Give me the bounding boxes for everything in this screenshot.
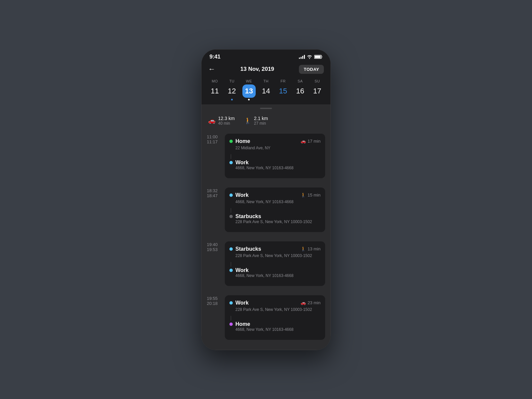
trip2-transport: 🚶 15 min [301,193,321,198]
trip3-end-time: 19:53 [207,247,225,252]
signal-icon [299,55,305,59]
trip1-to-address: 4668, New York, NY 10163-4668 [235,166,321,170]
trip4-to-address: 4668, New York, NY 10163-4668 [235,327,321,332]
drive-stat: 🚗 12.3 km 40 min [208,116,235,126]
handle-bar [260,108,272,109]
trip2-card[interactable]: Work 🚶 15 min 4668, New York, NY 10163-4… [225,188,325,232]
day-friday[interactable]: FR 15 [275,79,291,100]
day-wednesday[interactable]: WE 13 [241,79,257,100]
walk-time: 27 min [254,121,268,126]
drive-time: 40 min [218,121,235,126]
trip4-transport: 🚗 23 min [301,300,321,305]
trip4-start-time: 19:55 [207,296,225,301]
trip1-end-time: 11:17 [207,139,225,144]
day-tuesday[interactable]: TU 12 [224,79,240,100]
day-saturday[interactable]: SA 16 [292,79,308,100]
walk-distance: 2.1 km [254,116,268,121]
trip3-from-dot [229,247,233,251]
trip1-from-name: Home [235,138,250,144]
wednesday-dot [248,99,250,100]
trip-row[interactable]: 18:32 18:47 Work 🚶 15 min 4668, [201,184,331,235]
divider-handle [201,104,331,111]
trip2-to-dot [229,215,233,218]
drive-distance: 12.3 km [218,116,235,121]
trip4-to-dot [229,323,233,326]
trip4-end-time: 20:18 [207,301,225,306]
today-button[interactable]: TODAY [299,65,324,74]
trip3-walk-icon: 🚶 [301,246,306,251]
trip1-start-time: 11:00 [207,134,225,139]
trip3-duration: 13 min [308,246,321,251]
trip-row[interactable]: 19:55 20:18 Work 🚗 23 min 228 Pa [201,292,331,343]
trip2-from-name: Work [235,192,249,198]
trip4-car-icon: 🚗 [301,300,306,305]
trip1-duration: 17 min [308,139,321,144]
day-thursday[interactable]: TH 14 [258,79,274,100]
trip3-to-name: Work [235,267,321,273]
back-button[interactable]: ← [208,65,215,73]
trip2-to-name: Starbucks [235,213,321,219]
trip3-to-dot [229,269,233,272]
trip1-from-address: 22 Midland Ave, NY [235,146,321,150]
tuesday-dot [231,99,233,100]
phone-frame: 9:41 ← 13 Nov, 2019 TODAY [201,49,331,350]
trip2-duration: 15 min [308,193,321,198]
trip2-start-time: 18:32 [207,188,225,193]
walk-stat: 🚶 2.1 km 27 min [244,116,268,126]
trip4-from-name: Work [235,300,249,306]
trip4-from-dot [229,301,233,305]
trip4-to-name: Home [235,321,321,327]
trip4-card[interactable]: Work 🚗 23 min 228 Park Ave S, New York, … [225,295,325,340]
stats-row: 🚗 12.3 km 40 min 🚶 2.1 km 27 min [201,111,331,130]
battery-icon [314,55,323,59]
trip2-walk-icon: 🚶 [301,193,306,198]
header-title: 13 Nov, 2019 [240,66,274,72]
trip-row[interactable]: 19:40 19:53 Starbucks 🚶 13 min 2 [201,238,331,289]
status-time: 9:41 [209,54,220,60]
trip1-card[interactable]: Home 🚗 17 min 22 Midland Ave, NY Work [225,134,325,178]
trip4-duration: 23 min [308,300,321,305]
trip3-from-address: 228 Park Ave S, New York, NY 10003-1502 [235,253,321,258]
trip3-times: 19:40 19:53 [201,241,225,286]
trip3-to-address: 4668, New York, NY 10163-4668 [235,273,321,278]
trip2-from-address: 4668, New York, NY 10163-4668 [235,200,321,204]
status-bar: 9:41 [201,50,331,62]
trip3-transport: 🚶 13 min [301,246,321,251]
trip3-from-name: Starbucks [235,246,261,252]
trip1-to-name: Work [235,160,321,166]
walk-icon: 🚶 [244,117,251,124]
header: ← 13 Nov, 2019 TODAY [201,62,331,78]
trip1-times: 11:00 11:17 [201,134,225,178]
trip3-start-time: 19:40 [207,242,225,247]
trip1-car-icon: 🚗 [301,139,306,144]
trip3-card[interactable]: Starbucks 🚶 13 min 228 Park Ave S, New Y… [225,241,325,286]
week-days-row: MO 11 TU 12 WE 13 TH 14 [207,79,325,100]
wifi-icon [307,55,312,59]
day-sunday[interactable]: SU 17 [309,79,325,100]
trip1-from-dot [229,140,233,143]
week-calendar: MO 11 TU 12 WE 13 TH 14 [201,78,331,104]
svg-rect-1 [315,56,321,58]
trip2-from-dot [229,194,233,197]
scroll-content: 🚗 12.3 km 40 min 🚶 2.1 km 27 min 11:00 1… [201,111,331,350]
trip2-end-time: 18:47 [207,193,225,198]
day-monday[interactable]: MO 11 [207,79,223,100]
status-icons [299,55,323,59]
trip2-times: 18:32 18:47 [201,188,225,232]
trip1-transport: 🚗 17 min [301,139,321,144]
trip4-from-address: 228 Park Ave S, New York, NY 10003-1502 [235,307,321,312]
trip-row[interactable]: 11:00 11:17 Home 🚗 17 min 22 Mid [201,130,331,182]
car-icon: 🚗 [208,117,215,124]
trip2-to-address: 228 Park Ave S, New York, NY 10003-1502 [235,219,321,224]
trip4-times: 19:55 20:18 [201,295,225,340]
trip1-to-dot [229,161,233,164]
